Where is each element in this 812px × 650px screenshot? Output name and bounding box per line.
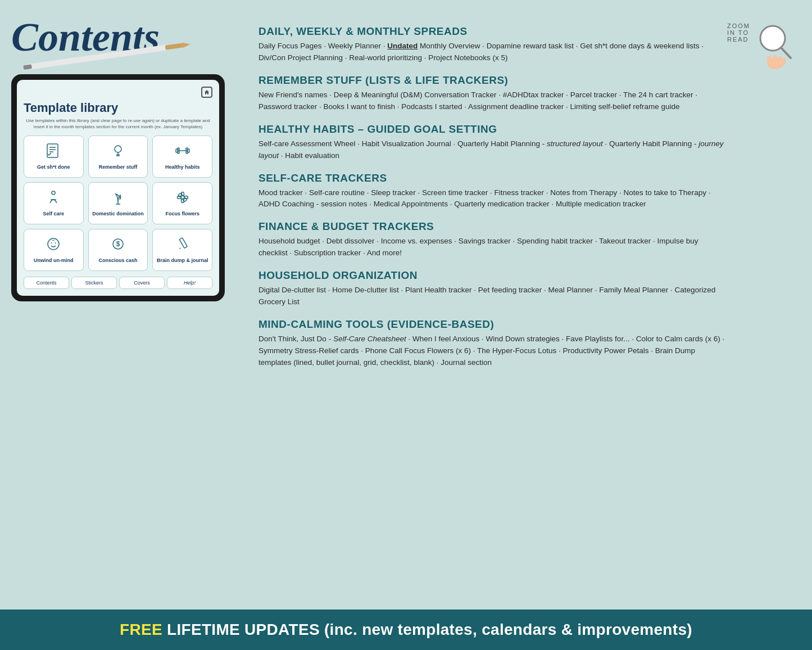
cell-label-consciouscash: Conscious cash — [98, 258, 137, 264]
section-body-mindcalming: Don't Think, Just Do - Self-Care Cheatsh… — [258, 333, 728, 369]
checklist-icon — [46, 143, 61, 162]
svg-point-30 — [51, 242, 52, 243]
smile-icon — [46, 236, 61, 255]
section-title-remember: Remember Stuff (Lists & Life Trackers) — [258, 74, 728, 87]
nav-covers[interactable]: Covers — [119, 277, 165, 289]
money-icon: $ — [110, 236, 126, 255]
section-title-household: Household Organization — [258, 269, 728, 282]
section-body-healthy: Self-care Assessment Wheel · Habit Visua… — [258, 138, 728, 162]
svg-marker-2 — [182, 42, 190, 48]
section-body-remember: New Friend's names · Deep & Meaningful (… — [258, 89, 728, 113]
cell-label-rememberstuff: Remember stuff — [99, 164, 138, 170]
svg-point-18 — [52, 191, 55, 195]
tablet-title: Template library — [24, 101, 212, 115]
zoom-hint-text: ZOOM IN TO READ — [727, 22, 750, 43]
template-cell-domestic[interactable]: Domestic domination — [88, 182, 148, 224]
svg-rect-42 — [782, 58, 786, 65]
meditation-icon — [46, 189, 61, 209]
section-title-selfcare: Self-Care Trackers — [258, 172, 728, 184]
tablet-screen: Template library Use templates within th… — [17, 80, 219, 296]
template-cell-unwind[interactable]: Unwind un-mind — [24, 229, 84, 271]
section-daily: Daily, Weekly & Monthly Spreads Daily Fo… — [258, 25, 728, 64]
template-cell-focusflowers[interactable]: Focus flowers — [152, 182, 212, 224]
template-cell-healthyhabits[interactable]: Healthy habits — [152, 136, 212, 178]
cell-label-selfcare: Self care — [43, 211, 65, 217]
template-grid: Get sh*t done Remember stuff — [24, 136, 212, 271]
section-selfcare: Self-Care Trackers Mood tracker · Self-c… — [258, 172, 728, 211]
tablet-subtitle: Use templates within this library (and c… — [24, 118, 212, 130]
sections-container: Daily, Weekly & Monthly Spreads Daily Fo… — [258, 22, 784, 369]
template-cell-rememberstuff[interactable]: Remember stuff — [88, 136, 148, 178]
svg-rect-40 — [773, 55, 777, 64]
cell-label-unwind: Unwind un-mind — [34, 258, 73, 264]
home-icon — [201, 87, 212, 98]
svg-point-27 — [178, 193, 182, 197]
nav-stickers[interactable]: Stickers — [71, 277, 117, 289]
section-body-finance: Household budget · Debt dissolver · Inco… — [258, 236, 728, 259]
svg-line-37 — [782, 48, 791, 58]
zoom-hint-area: ZOOM IN TO READ — [750, 17, 795, 72]
section-title-daily: Daily, Weekly & Monthly Spreads — [258, 25, 728, 38]
template-cell-selfcare[interactable]: Self care — [24, 182, 84, 224]
left-panel: Contents Template library Use templ — [0, 0, 236, 619]
lightbulb-icon — [110, 143, 126, 162]
banner-free: FREE — [120, 621, 162, 638]
section-finance: Finance & Budget Trackers Household budg… — [258, 220, 728, 259]
section-body-daily: Daily Focus Pages · Weekly Planner · Und… — [258, 40, 728, 64]
bottom-banner: FREE LIFETIME UPDATES (inc. new template… — [0, 610, 812, 650]
cell-label-getshitdone: Get sh*t done — [37, 164, 70, 170]
right-panel: ZOOM IN TO READ Daily, Weekly & Monthly … — [242, 11, 801, 390]
cell-label-focusflowers: Focus flowers — [165, 211, 199, 217]
svg-rect-1 — [165, 43, 183, 50]
section-title-mindcalming: Mind-Calming Tools (Evidence-Based) — [258, 318, 728, 331]
section-body-selfcare: Mood tracker · Self-care routine · Sleep… — [258, 187, 728, 211]
section-healthy: Healthy Habits – Guided Goal Setting Sel… — [258, 123, 728, 162]
dumbbell-icon — [175, 143, 190, 162]
tablet-device: Template library Use templates within th… — [11, 74, 225, 301]
svg-point-9 — [115, 146, 121, 152]
svg-marker-35 — [179, 247, 181, 249]
template-cell-getshitdone[interactable]: Get sh*t done — [24, 136, 84, 178]
tablet-container: Template library Use templates within th… — [11, 74, 225, 301]
cell-label-domestic: Domestic domination — [92, 211, 144, 217]
flower-icon — [175, 189, 190, 209]
section-title-healthy: Healthy Habits – Guided Goal Setting — [258, 123, 728, 136]
svg-rect-41 — [778, 56, 782, 64]
nav-help[interactable]: Help! — [167, 277, 212, 289]
tablet-nav: Contents Stickers Covers Help! — [24, 277, 212, 289]
banner-text: FREE LIFETIME UPDATES (inc. new template… — [120, 621, 692, 639]
plant-icon — [110, 189, 126, 209]
pencil-icon — [175, 236, 190, 255]
banner-rest: LIFETIME UPDATES (inc. new templates, ca… — [162, 621, 692, 638]
svg-point-28 — [183, 197, 187, 202]
template-cell-consciouscash[interactable]: $ Conscious cash — [88, 229, 148, 271]
svg-rect-39 — [767, 56, 772, 64]
svg-text:$: $ — [116, 240, 120, 248]
cell-label-braindump: Brain dump & journal — [157, 258, 208, 264]
template-cell-braindump[interactable]: Brain dump & journal — [152, 229, 212, 271]
cell-label-healthyhabits: Healthy habits — [165, 164, 200, 170]
section-remember: Remember Stuff (Lists & Life Trackers) N… — [258, 74, 728, 113]
svg-point-36 — [760, 26, 785, 51]
svg-marker-4 — [205, 90, 209, 94]
svg-rect-34 — [179, 238, 187, 249]
svg-point-31 — [55, 242, 56, 243]
nav-contents[interactable]: Contents — [24, 277, 69, 289]
section-body-household: Digital De-clutter list · Home De-clutte… — [258, 285, 728, 308]
section-mindcalming: Mind-Calming Tools (Evidence-Based) Don'… — [258, 318, 728, 369]
magnifier-illustration — [750, 21, 795, 72]
section-title-finance: Finance & Budget Trackers — [258, 220, 728, 233]
section-household: Household Organization Digital De-clutte… — [258, 269, 728, 308]
